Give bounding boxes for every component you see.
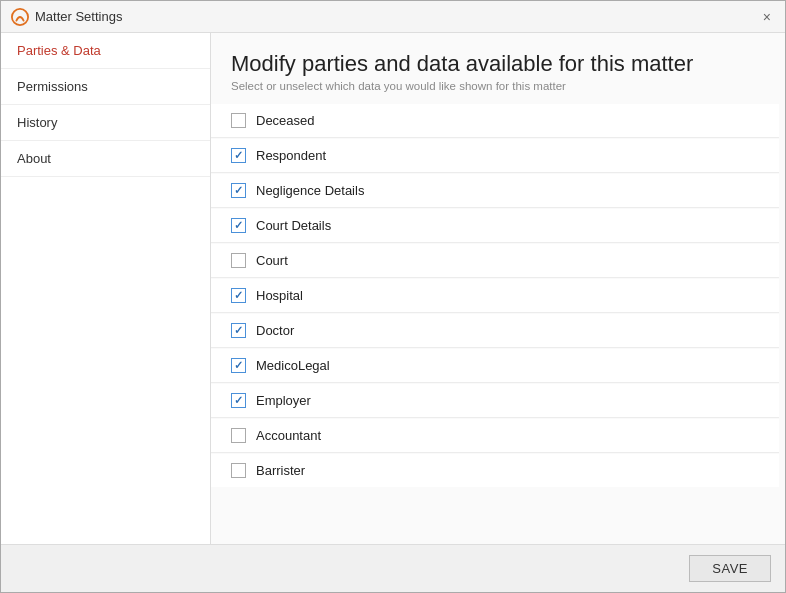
checkbox-label-medicolegal: MedicoLegal bbox=[256, 358, 330, 373]
list-item: MedicoLegal bbox=[211, 349, 779, 383]
list-item: Respondent bbox=[211, 139, 779, 173]
window-title: Matter Settings bbox=[35, 9, 122, 24]
checkbox-respondent[interactable] bbox=[231, 148, 246, 163]
checkbox-label-barrister: Barrister bbox=[256, 463, 305, 478]
checkbox-doctor[interactable] bbox=[231, 323, 246, 338]
list-item: Employer bbox=[211, 384, 779, 418]
title-bar: Matter Settings × bbox=[1, 1, 785, 33]
checkbox-label-doctor: Doctor bbox=[256, 323, 294, 338]
list-item: Doctor bbox=[211, 314, 779, 348]
checkbox-accountant[interactable] bbox=[231, 428, 246, 443]
checkbox-court[interactable] bbox=[231, 253, 246, 268]
list-item: Barrister bbox=[211, 454, 779, 487]
sidebar-item-about[interactable]: About bbox=[1, 141, 210, 177]
footer: SAVE bbox=[1, 544, 785, 592]
main-panel: Modify parties and data available for th… bbox=[211, 33, 785, 544]
sidebar-item-permissions[interactable]: Permissions bbox=[1, 69, 210, 105]
window: Matter Settings × Parties & DataPermissi… bbox=[0, 0, 786, 593]
checkbox-court-details[interactable] bbox=[231, 218, 246, 233]
checkbox-barrister[interactable] bbox=[231, 463, 246, 478]
checkbox-label-deceased: Deceased bbox=[256, 113, 315, 128]
app-logo-icon bbox=[11, 8, 29, 26]
list-item: Court Details bbox=[211, 209, 779, 243]
list-item: Accountant bbox=[211, 419, 779, 453]
close-button[interactable]: × bbox=[759, 8, 775, 26]
sidebar-item-parties-data[interactable]: Parties & Data bbox=[1, 33, 210, 69]
checkbox-label-court: Court bbox=[256, 253, 288, 268]
checkbox-negligence-details[interactable] bbox=[231, 183, 246, 198]
list-item: Deceased bbox=[211, 104, 779, 138]
checkbox-label-court-details: Court Details bbox=[256, 218, 331, 233]
scroll-wrapper: DeceasedRespondentNegligence DetailsCour… bbox=[211, 100, 785, 544]
list-item: Negligence Details bbox=[211, 174, 779, 208]
main-title: Modify parties and data available for th… bbox=[231, 51, 765, 77]
checkbox-label-hospital: Hospital bbox=[256, 288, 303, 303]
checkbox-medicolegal[interactable] bbox=[231, 358, 246, 373]
main-header: Modify parties and data available for th… bbox=[211, 33, 785, 100]
checkbox-deceased[interactable] bbox=[231, 113, 246, 128]
sidebar-item-history[interactable]: History bbox=[1, 105, 210, 141]
content-area: Parties & DataPermissionsHistoryAbout Mo… bbox=[1, 33, 785, 544]
checkbox-employer[interactable] bbox=[231, 393, 246, 408]
save-button[interactable]: SAVE bbox=[689, 555, 771, 582]
items-list: DeceasedRespondentNegligence DetailsCour… bbox=[211, 100, 779, 544]
main-subtitle: Select or unselect which data you would … bbox=[231, 80, 765, 92]
checkbox-hospital[interactable] bbox=[231, 288, 246, 303]
checkbox-label-employer: Employer bbox=[256, 393, 311, 408]
list-item: Hospital bbox=[211, 279, 779, 313]
checkbox-label-negligence-details: Negligence Details bbox=[256, 183, 364, 198]
list-item: Court bbox=[211, 244, 779, 278]
checkbox-label-accountant: Accountant bbox=[256, 428, 321, 443]
checkbox-label-respondent: Respondent bbox=[256, 148, 326, 163]
sidebar: Parties & DataPermissionsHistoryAbout bbox=[1, 33, 211, 544]
